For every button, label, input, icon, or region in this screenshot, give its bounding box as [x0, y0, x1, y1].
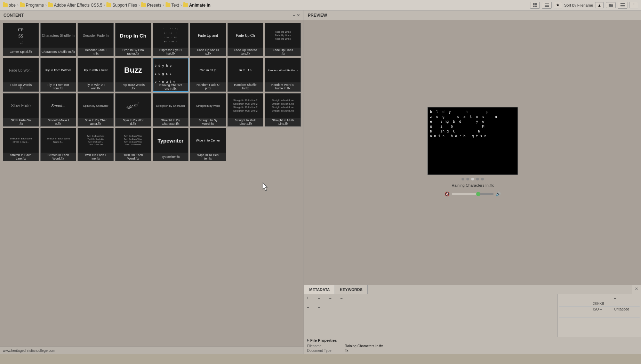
thumb-label: Twirl On EachWord.ffx — [115, 153, 151, 161]
folder-icon — [20, 3, 25, 7]
meta-key — [559, 301, 591, 307]
preview-filename: Raining Characters In.ffx — [452, 183, 494, 187]
thumb-preview-6: Fade Up Ch — [228, 23, 263, 48]
thumb-label: Random Word Shuffle In.ffx — [265, 82, 301, 91]
folder-view-button[interactable] — [606, 2, 616, 8]
list-item-selected[interactable]: b d y h p z u g s s e · n a t w s ng b d… — [153, 58, 189, 92]
meta-val: 289 KB — [591, 301, 612, 307]
list-item[interactable]: · + ·· ·++· ·+· ···+ · +·+· ··+ · Espres… — [153, 23, 189, 56]
list-item[interactable]: Straight in Multi-LineStraight in Multi-… — [265, 93, 301, 127]
svg-rect-0 — [533, 3, 535, 5]
breadcrumb-label: Support Files — [112, 3, 137, 8]
list-view-button[interactable] — [542, 2, 552, 9]
breadcrumb-item[interactable]: Presets — [141, 3, 161, 8]
table-row: 289 KB – — [559, 301, 640, 307]
list-item[interactable]: Decoder Fade In Decoder Fade In.ffx — [78, 23, 114, 56]
dot-4 — [476, 178, 479, 180]
thumb-label: Random Fade Up.ffx — [190, 82, 226, 91]
thumb-preview-9: Fly In from Bottom — [41, 58, 76, 82]
thumb-preview-19: Spin by / — [115, 94, 151, 118]
star-button[interactable]: ★ — [554, 2, 562, 8]
panel-minimize-button[interactable]: – — [293, 13, 295, 18]
breadcrumb-item[interactable]: Text — [166, 3, 179, 8]
breadcrumb-item[interactable]: Support Files — [106, 3, 137, 8]
svg-rect-7 — [620, 3, 625, 4]
dot-3 — [471, 178, 474, 180]
list-item[interactable]: Drop In Ch Drop In By Character.ffx — [115, 23, 151, 56]
breadcrumb-item-active[interactable]: Animate In — [183, 3, 210, 8]
list-item[interactable]: Stretch In Each WordStretc h... Stretch … — [40, 128, 77, 161]
list-item[interactable]: In m f n Random ShuffleIn.ffx — [227, 58, 264, 92]
breadcrumb-sep: › — [45, 3, 47, 8]
breadcrumb-item[interactable]: Adobe After Effects CS5.5 — [48, 3, 102, 8]
list-item[interactable]: Fade Up Wor... Fade Up Words.ffx — [3, 58, 39, 92]
file-properties: File Properties Filename Raining Charact… — [304, 337, 641, 354]
list-item[interactable]: Ran m d Up Random Fade Up.ffx — [190, 58, 226, 92]
breadcrumb-label: Text — [171, 3, 179, 8]
breadcrumb-label: Adobe After Effects CS5.5 — [54, 3, 102, 8]
preview-tab[interactable]: PREVIEW — [308, 13, 327, 18]
meta-val: – — [613, 296, 640, 301]
tab-keywords[interactable]: KEYWORDS — [335, 285, 368, 294]
list-item[interactable]: Fade Up LinesFade Up LinesFade Up Lines … — [265, 23, 301, 56]
breadcrumb-sep: › — [104, 3, 105, 8]
progress-thumb — [476, 192, 480, 196]
list-item[interactable]: Twirl On Each LineTwirl On Each LinTwirl… — [78, 128, 114, 161]
svg-rect-9 — [620, 7, 625, 7]
list-item[interactable]: Twirl On Each WordTwirl On Each WordTwir… — [115, 128, 151, 161]
list-item[interactable]: Fade Up Ch Fade Up Characters.ffx — [227, 23, 264, 56]
list-item[interactable]: Spin in by Character Spin In By Characte… — [78, 93, 114, 127]
list-item[interactable]: Fade Up and Fade Up And Flip.ffx — [190, 23, 226, 56]
thumb-label: Twirl On Each Line.ffx — [78, 153, 113, 161]
list-item[interactable]: Wipe in to Center Wipe In To Center.ffx — [190, 128, 226, 161]
status-text: www.heritagechristiancollege.com — [3, 349, 55, 353]
meta-val: – — [318, 305, 329, 309]
sort-direction-button[interactable]: ▲ — [595, 2, 604, 8]
file-properties-label: File Properties — [310, 338, 337, 342]
expand-icon[interactable] — [307, 339, 309, 342]
thumb-label: Espresso Eye Chart.ffx — [153, 48, 189, 56]
list-item[interactable]: Slow Fade Slow Fade On.ffx — [3, 93, 39, 127]
thumb-label: Pop Buzz Words.ffx — [115, 82, 151, 91]
thumb-preview-4: · + ·· ·++· ·+· ···+ · +·+· ··+ · — [153, 23, 189, 48]
more-options-button[interactable]: ⋮ — [630, 2, 638, 8]
thumb-preview-20: Straight in by Character — [153, 94, 189, 118]
list-item[interactable]: cess ..! Center Spiral.ffx — [3, 23, 39, 56]
meta-val: – — [340, 296, 382, 300]
fp-val: Raining Characters In.ffx — [345, 344, 383, 348]
list-item[interactable]: Random Word Shuffle In Random Word Shuff… — [265, 58, 301, 92]
thumb-preview-27: Twirl On Each WordTwirl On Each WordTwir… — [115, 128, 151, 153]
list-item[interactable]: Straight in Multi-Line 2Straight in Mult… — [227, 93, 264, 127]
list-item[interactable]: Smoot... Smooth Move In.ffx — [40, 93, 77, 127]
volume-icon[interactable]: 🔊 — [496, 192, 501, 196]
list-item[interactable]: Straight in by Character Straight In ByC… — [153, 93, 189, 127]
progress-bar[interactable] — [452, 193, 494, 195]
list-item[interactable]: Spin by / Spin In By Word.ffx — [115, 93, 151, 127]
table-row: ISO – Untagged — [559, 307, 640, 312]
bottom-panel-close[interactable]: ✕ — [632, 285, 641, 294]
breadcrumb-label: Programs — [26, 3, 44, 8]
list-item[interactable]: Fly In with a twist Fly In With A Twist.… — [78, 58, 114, 92]
list-item[interactable]: Straight in by Word Straight In ByWord.f… — [190, 93, 226, 127]
list-item[interactable]: Characters Shuffle In Characters Shuffle… — [40, 23, 77, 56]
breadcrumb-item[interactable]: Programs — [20, 3, 44, 8]
thumb-preview-3: Drop In Ch — [115, 23, 151, 48]
detail-view-button[interactable] — [618, 2, 627, 9]
breadcrumb-sep: › — [138, 3, 140, 8]
list-item[interactable]: Buzz Pop Buzz Words.ffx — [115, 58, 151, 92]
breadcrumb-item[interactable]: obe — [3, 3, 16, 8]
grid-view-button[interactable] — [530, 2, 540, 9]
list-item[interactable]: Fly In from Bottom Fly In From Bottom.ff… — [40, 58, 77, 92]
panel-close-button[interactable]: ✕ — [297, 13, 300, 18]
mute-icon[interactable]: 🔇 — [444, 192, 450, 196]
tab-metadata[interactable]: METADATA — [304, 285, 335, 294]
thumb-preview-22: Straight in Multi-Line 2Straight in Mult… — [228, 94, 263, 118]
meta-key: – — [307, 301, 318, 305]
list-item[interactable]: Typewriter Typewriter.ffx — [153, 128, 189, 161]
meta-val: – — [329, 296, 340, 300]
list-item[interactable]: Stretch In Each LineStretc h each... Str… — [3, 128, 39, 161]
content-tab[interactable]: CONTENT — [3, 13, 24, 18]
metadata-table: – 289 KB – ISO – Untagged — [559, 296, 640, 318]
svg-rect-5 — [545, 5, 549, 6]
thumb-preview-23: Straight in Multi-LineStraight in Multi-… — [265, 94, 301, 118]
